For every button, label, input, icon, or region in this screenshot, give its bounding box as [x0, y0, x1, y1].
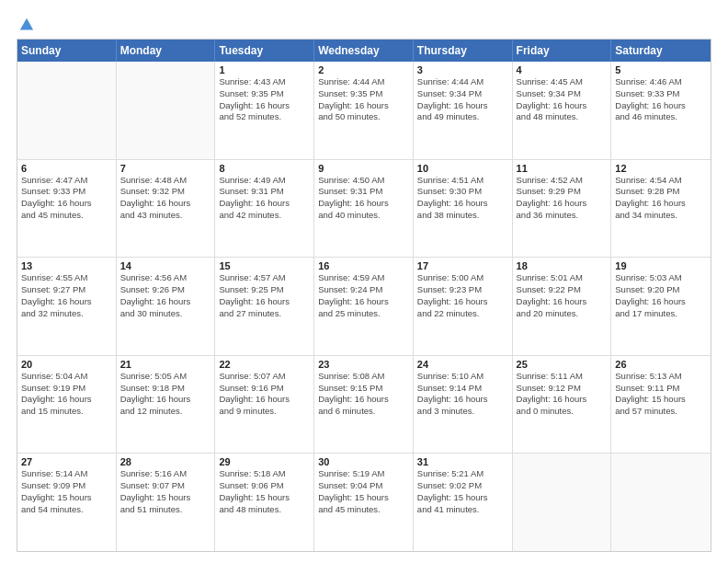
- cell-line: and 51 minutes.: [120, 504, 211, 516]
- header: [17, 17, 711, 29]
- cell-line: Sunrise: 4:48 AM: [120, 175, 211, 187]
- cell-line: Daylight: 16 hours: [120, 394, 211, 406]
- cell-line: and 36 minutes.: [517, 210, 608, 222]
- cell-line: Sunset: 9:16 PM: [219, 383, 310, 395]
- cell-line: Sunrise: 4:46 AM: [615, 76, 707, 88]
- calendar-cell: 31Sunrise: 5:21 AMSunset: 9:02 PMDayligh…: [414, 454, 513, 551]
- cell-line: Sunset: 9:24 PM: [318, 284, 409, 296]
- cell-line: Sunset: 9:12 PM: [517, 383, 608, 395]
- calendar-cell: 30Sunrise: 5:19 AMSunset: 9:04 PMDayligh…: [314, 454, 414, 551]
- cell-line: and 42 minutes.: [219, 210, 310, 222]
- day-number: 14: [120, 260, 211, 271]
- day-number: 10: [417, 163, 508, 174]
- day-number: 24: [417, 359, 508, 370]
- cell-line: Daylight: 16 hours: [517, 100, 608, 112]
- cell-line: Daylight: 16 hours: [615, 296, 707, 308]
- cell-line: Sunset: 9:18 PM: [120, 383, 211, 395]
- cell-line: Sunset: 9:26 PM: [120, 284, 211, 296]
- cell-line: Sunrise: 4:52 AM: [517, 175, 608, 187]
- cell-line: Sunrise: 5:10 AM: [417, 371, 508, 383]
- day-number: 1: [219, 64, 310, 75]
- cell-line: Daylight: 16 hours: [219, 394, 310, 406]
- cell-line: Daylight: 16 hours: [615, 198, 707, 210]
- cell-line: Sunset: 9:25 PM: [219, 284, 310, 296]
- cell-line: Sunrise: 5:11 AM: [517, 371, 608, 383]
- cell-line: and 27 minutes.: [219, 308, 310, 320]
- cell-line: Sunrise: 5:19 AM: [318, 468, 409, 480]
- day-number: 22: [219, 359, 310, 370]
- cell-line: Sunset: 9:23 PM: [417, 284, 508, 296]
- cell-line: Daylight: 16 hours: [219, 100, 310, 112]
- cell-line: Sunset: 9:27 PM: [21, 284, 112, 296]
- cell-line: Daylight: 16 hours: [21, 296, 112, 308]
- day-number: 8: [219, 163, 310, 174]
- cell-line: Sunset: 9:06 PM: [219, 480, 310, 492]
- calendar-cell: 7Sunrise: 4:48 AMSunset: 9:32 PMDaylight…: [117, 160, 216, 258]
- weekday-header: Monday: [117, 40, 216, 62]
- logo-icon: [18, 17, 35, 33]
- calendar-cell: 13Sunrise: 4:55 AMSunset: 9:27 PMDayligh…: [17, 258, 117, 355]
- cell-line: and 3 minutes.: [417, 406, 508, 418]
- calendar-cell: 25Sunrise: 5:11 AMSunset: 9:12 PMDayligh…: [513, 356, 612, 454]
- cell-line: Sunset: 9:22 PM: [517, 284, 608, 296]
- day-number: 20: [21, 359, 112, 370]
- cell-line: and 46 minutes.: [615, 111, 707, 123]
- cell-line: and 50 minutes.: [318, 111, 409, 123]
- day-number: 6: [21, 163, 112, 174]
- cell-line: Sunrise: 4:50 AM: [318, 175, 409, 187]
- cell-line: Sunrise: 4:47 AM: [21, 175, 112, 187]
- calendar-cell: [17, 62, 117, 159]
- cell-line: Sunrise: 5:00 AM: [417, 272, 508, 284]
- calendar-cell: 2Sunrise: 4:44 AMSunset: 9:35 PMDaylight…: [314, 62, 414, 159]
- cell-line: Daylight: 16 hours: [417, 198, 508, 210]
- cell-line: Sunset: 9:34 PM: [517, 88, 608, 100]
- calendar-cell: 22Sunrise: 5:07 AMSunset: 9:16 PMDayligh…: [215, 356, 314, 454]
- calendar-cell: 12Sunrise: 4:54 AMSunset: 9:28 PMDayligh…: [611, 160, 711, 258]
- day-number: 17: [417, 260, 508, 271]
- cell-line: Sunrise: 5:03 AM: [615, 272, 707, 284]
- cell-line: Sunset: 9:30 PM: [417, 186, 508, 198]
- cell-line: and 15 minutes.: [21, 406, 112, 418]
- cell-line: Sunset: 9:32 PM: [120, 186, 211, 198]
- day-number: 27: [21, 456, 112, 467]
- logo-text: [17, 17, 35, 33]
- cell-line: Daylight: 15 hours: [21, 492, 112, 504]
- cell-line: Sunset: 9:35 PM: [219, 88, 310, 100]
- weekday-header: Thursday: [414, 40, 513, 62]
- cell-line: Sunset: 9:29 PM: [517, 186, 608, 198]
- calendar-cell: 18Sunrise: 5:01 AMSunset: 9:22 PMDayligh…: [513, 258, 612, 355]
- calendar-cell: 9Sunrise: 4:50 AMSunset: 9:31 PMDaylight…: [314, 160, 414, 258]
- calendar-row: 13Sunrise: 4:55 AMSunset: 9:27 PMDayligh…: [17, 258, 711, 356]
- cell-line: and 12 minutes.: [120, 406, 211, 418]
- cell-line: Sunrise: 5:04 AM: [21, 371, 112, 383]
- cell-line: Daylight: 16 hours: [417, 394, 508, 406]
- calendar-cell: 27Sunrise: 5:14 AMSunset: 9:09 PMDayligh…: [17, 454, 117, 551]
- day-number: 4: [517, 64, 608, 75]
- cell-line: Daylight: 16 hours: [517, 394, 608, 406]
- day-number: 7: [120, 163, 211, 174]
- day-number: 30: [318, 456, 409, 467]
- cell-line: Sunrise: 4:57 AM: [219, 272, 310, 284]
- cell-line: Sunset: 9:09 PM: [21, 480, 112, 492]
- calendar-cell: 14Sunrise: 4:56 AMSunset: 9:26 PMDayligh…: [117, 258, 216, 355]
- day-number: 3: [417, 64, 508, 75]
- cell-line: Daylight: 16 hours: [21, 394, 112, 406]
- calendar-cell: 26Sunrise: 5:13 AMSunset: 9:11 PMDayligh…: [611, 356, 711, 454]
- day-number: 12: [615, 163, 707, 174]
- cell-line: Daylight: 15 hours: [120, 492, 211, 504]
- day-number: 23: [318, 359, 409, 370]
- cell-line: Daylight: 16 hours: [517, 296, 608, 308]
- calendar-cell: 16Sunrise: 4:59 AMSunset: 9:24 PMDayligh…: [314, 258, 414, 355]
- cell-line: Daylight: 16 hours: [120, 296, 211, 308]
- day-number: 2: [318, 64, 409, 75]
- cell-line: Sunset: 9:31 PM: [318, 186, 409, 198]
- weekday-header: Tuesday: [215, 40, 314, 62]
- cell-line: Daylight: 16 hours: [219, 198, 310, 210]
- calendar-cell: 11Sunrise: 4:52 AMSunset: 9:29 PMDayligh…: [513, 160, 612, 258]
- cell-line: Sunrise: 4:44 AM: [417, 76, 508, 88]
- cell-line: and 54 minutes.: [21, 504, 112, 516]
- calendar-header: SundayMondayTuesdayWednesdayThursdayFrid…: [17, 40, 711, 62]
- weekday-header: Friday: [513, 40, 612, 62]
- day-number: 28: [120, 456, 211, 467]
- cell-line: and 22 minutes.: [417, 308, 508, 320]
